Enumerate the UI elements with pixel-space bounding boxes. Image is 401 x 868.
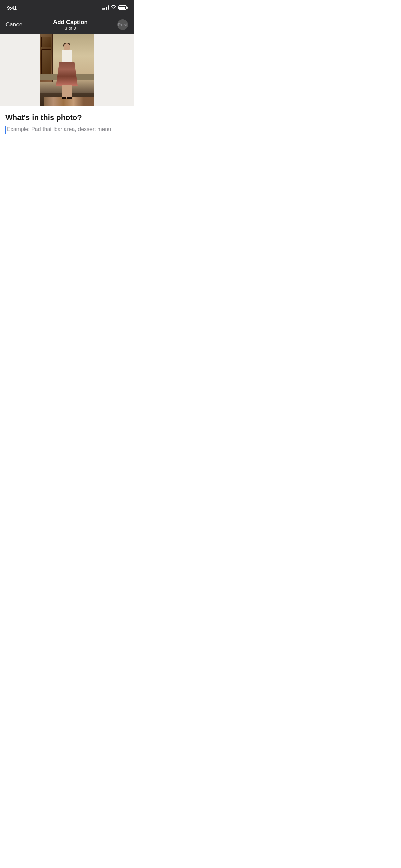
nav-subtitle: 3 of 3 [53,26,88,31]
status-time: 9:41 [7,5,17,11]
caption-area[interactable]: What's in this photo? Example: Pad thai,… [0,106,134,140]
status-icons [102,5,127,10]
status-bar: 9:41 [0,0,134,15]
photo-container [0,34,134,106]
caption-question: What's in this photo? [5,113,128,122]
cancel-button[interactable]: Cancel [5,21,24,28]
caption-input-placeholder: Example: Pad thai, bar area, dessert men… [7,126,111,132]
wifi-icon [111,5,116,10]
main-content: What's in this photo? Example: Pad thai,… [0,34,134,289]
text-cursor [5,126,6,134]
nav-bar: Cancel Add Caption 3 of 3 Post [0,15,134,34]
post-button[interactable]: Post [117,19,128,30]
nav-center: Add Caption 3 of 3 [53,19,88,31]
content-spacer [0,140,134,289]
signal-icon [102,5,109,10]
battery-icon [118,5,127,10]
caption-input-wrapper[interactable]: Example: Pad thai, bar area, dessert men… [5,126,128,134]
photo-image [40,34,94,106]
nav-title: Add Caption [53,19,88,26]
